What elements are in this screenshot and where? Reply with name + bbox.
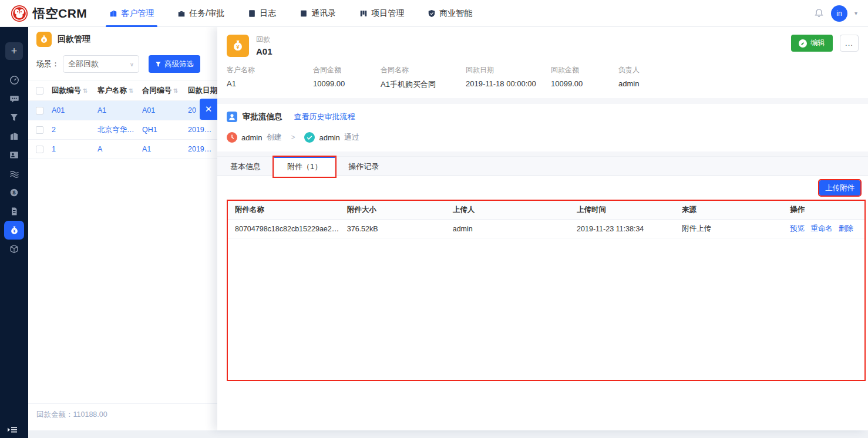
attachment-row: 80704798c18c82cb15229ae28ff306... 376.52… [228, 220, 864, 238]
dollar-coin-icon: $ [5, 184, 23, 201]
sidebar-item-contracts[interactable] [0, 202, 28, 221]
record-type-label: 回款 [256, 35, 272, 45]
sidebar-item-products[interactable] [0, 240, 28, 258]
sidebar-item-contacts[interactable] [0, 146, 28, 164]
payment-detail-drawer: ✕ ¥ 回款 A01 编辑 [217, 27, 868, 430]
list-table-header: 回款编号⇅ 客户名称⇅ 合同编号⇅ 回款日期 [28, 80, 217, 101]
edit-button[interactable]: 编辑 [791, 35, 833, 52]
attachment-source: 附件上传 [675, 224, 783, 234]
row-checkbox[interactable] [36, 126, 43, 134]
sidebar-item-messages[interactable] [0, 89, 28, 108]
tab-operation-log[interactable]: 操作记录 [335, 157, 392, 177]
user-avatar[interactable]: in [831, 5, 847, 22]
scene-select[interactable]: 全部回款 ∨ [63, 55, 139, 73]
journal-icon [248, 9, 256, 18]
select-all-checkbox[interactable] [36, 87, 43, 95]
cube-icon [5, 241, 23, 257]
shield-check-icon [428, 9, 436, 18]
edit-pencil-icon [799, 39, 807, 48]
waves-icon [5, 166, 23, 182]
top-bar: 悟空CRM 客户管理 任务/审批 日志 通讯录 [0, 0, 868, 27]
sort-icon: ⇅ [83, 87, 88, 94]
attachments-tab-content: 上传附件 附件名称 附件大小 上传人 上传时间 来源 操作 80704798c1… [217, 176, 868, 434]
step-arrow-icon: > [291, 133, 295, 141]
svg-text:¥: ¥ [43, 38, 45, 42]
tab-basic-info[interactable]: 基本信息 [217, 157, 274, 177]
sidebar-collapse-button[interactable] [7, 425, 18, 434]
quick-add-button[interactable]: + [5, 42, 23, 60]
preview-link[interactable]: 预览 [790, 224, 805, 234]
approval-step-passed: admin 通过 [304, 132, 359, 143]
wukong-logo-icon [11, 5, 28, 22]
payments-list-panel: ¥ 回款管理 场景： 全部回款 ∨ 高级筛选 回款编号⇅ 客户名称⇅ 合同编号⇅… [28, 27, 217, 430]
chevron-down-icon: ∨ [130, 61, 134, 68]
check-circle-icon [304, 132, 315, 143]
money-bag-icon: ¥ [4, 221, 24, 240]
user-menu-caret-icon[interactable]: ▾ [854, 10, 857, 16]
payment-row[interactable]: A01 A1 A01 20 [28, 101, 217, 120]
payment-row[interactable]: 2 北京穹华有... QH1 2019-11- [28, 120, 217, 140]
delete-link[interactable]: 删除 [839, 224, 853, 234]
building-icon [109, 9, 117, 18]
kanban-icon [359, 9, 368, 18]
attachment-name: 80704798c18c82cb15229ae28ff306... [228, 225, 340, 233]
attachments-table: 附件名称 附件大小 上传人 上传时间 来源 操作 80704798c18c82c… [227, 200, 866, 381]
nav-tasks-approval[interactable]: 任务/审批 [170, 0, 231, 27]
briefcase-icon [177, 9, 186, 18]
nav-logs[interactable]: 日志 [241, 0, 283, 27]
nav-contacts[interactable]: 通讯录 [292, 0, 343, 27]
contract-document-icon [5, 203, 23, 220]
sidebar-item-leads[interactable] [0, 108, 28, 127]
upload-attachment-button[interactable]: 上传附件 [819, 180, 860, 196]
notification-bell-icon[interactable] [814, 8, 824, 18]
close-drawer-button[interactable]: ✕ [200, 99, 217, 120]
sidebar-item-customers[interactable] [0, 127, 28, 146]
attachments-table-header: 附件名称 附件大小 上传人 上传时间 来源 操作 [228, 201, 864, 220]
approval-history-link[interactable]: 查看历史审批流程 [294, 112, 355, 122]
sidebar-item-business[interactable]: $ [0, 183, 28, 202]
nav-business-intelligence[interactable]: 商业智能 [420, 0, 479, 27]
sort-icon: ⇅ [129, 87, 133, 94]
attachment-uploader: admin [446, 225, 570, 233]
section-divider [217, 98, 868, 104]
rename-link[interactable]: 重命名 [810, 224, 833, 234]
app-logo[interactable]: 悟空CRM [11, 5, 87, 22]
close-icon: ✕ [205, 104, 213, 114]
nav-customer-management[interactable]: 客户管理 [102, 0, 161, 27]
nav-project-management[interactable]: 项目管理 [352, 0, 411, 27]
page-title: 回款管理 [58, 34, 90, 45]
approval-section-title: 审批流信息 [243, 112, 282, 122]
approval-user-icon [227, 112, 237, 122]
funnel-icon [5, 109, 23, 126]
sidebar-item-open-sea[interactable] [0, 164, 28, 183]
ellipsis-icon: ... [845, 39, 853, 48]
row-checkbox[interactable] [36, 107, 43, 114]
payment-row[interactable]: 1 A A1 2019-11- [28, 140, 217, 159]
row-checkbox[interactable] [36, 146, 43, 153]
list-total-amount: 回款金额：110188.00 [28, 403, 217, 420]
record-title: A01 [256, 46, 272, 56]
tab-attachments[interactable]: 附件（1） [274, 157, 335, 177]
attachment-size: 376.52kB [340, 225, 446, 233]
advanced-filter-button[interactable]: 高级筛选 [149, 55, 200, 73]
scene-label: 场景： [36, 59, 59, 69]
payment-money-bag-icon: ¥ [36, 32, 52, 47]
id-card-icon [5, 147, 23, 163]
detail-fields: 客户名称A1 合同金额10099.00 合同名称A1手机购买合同 回款日期201… [227, 65, 859, 90]
svg-text:$: $ [12, 190, 15, 196]
sort-icon: ⇅ [173, 87, 178, 94]
chat-bubble-icon [5, 90, 23, 107]
more-actions-button[interactable]: ... [840, 35, 859, 52]
svg-text:¥: ¥ [13, 229, 15, 233]
phonebook-icon [300, 9, 308, 18]
building-icon [5, 128, 23, 144]
detail-tabs: 基本信息 附件（1） 操作记录 [217, 156, 868, 176]
payment-money-bag-icon: ¥ [227, 35, 249, 57]
svg-text:¥: ¥ [237, 44, 240, 50]
attachment-time: 2019-11-23 11:38:34 [570, 225, 675, 233]
sidebar-item-payments[interactable]: ¥ [0, 221, 28, 240]
brand-name: 悟空CRM [33, 5, 87, 22]
sidebar-item-dashboard[interactable] [0, 70, 28, 89]
approval-step-created: admin 创建 [227, 132, 281, 143]
filter-funnel-icon [155, 61, 162, 68]
